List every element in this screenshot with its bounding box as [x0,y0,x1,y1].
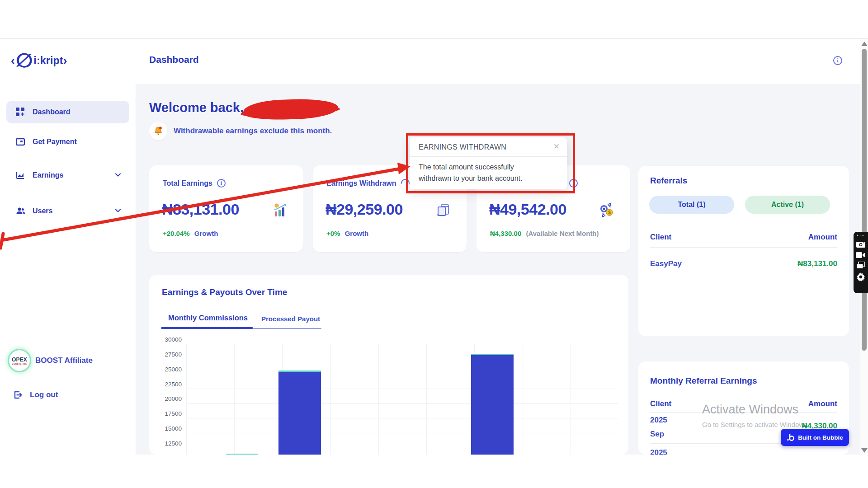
logout-label: Log out [30,390,58,399]
grid-line-horizontal [186,418,618,418]
gear-icon[interactable] [856,272,865,282]
welcome-heading: Welcome back, [149,100,244,115]
y-axis-tick-label: 30000 [165,336,182,343]
logo-phi-icon: ∅ [14,51,34,71]
built-on-bubble-badge[interactable]: Built on Bubble [781,429,849,446]
sidebar-item-users[interactable]: Users [6,200,129,222]
earnings-withdrawn-amount: ₦29,259.00 [326,201,403,218]
referral-year: 2025 [650,416,667,425]
opex-consulting-logo: OPEX CONSULTING [9,350,30,371]
sidebar-item-label: Get Payment [33,138,77,146]
grid-line-vertical [378,344,379,455]
available-next-month-note: (Available Next Month) [526,230,599,237]
referrals-panel: Referrals Total (1) Active (1) Client Am… [638,166,849,336]
bar-chart-coin-icon [272,202,288,220]
page-title: Dashboard [149,54,199,65]
notification-bell-icon [149,122,167,140]
grid-line-horizontal [186,359,618,359]
earnings-chart-icon [15,170,25,180]
y-axis-tick-label: 15000 [165,425,182,432]
boost-affiliate-label: BOOST Affiliate [35,356,93,365]
withdrawable-amount: ₦49,542.00 [489,201,566,218]
total-earnings-info-icon[interactable]: i [217,179,226,188]
grid-line-vertical [426,344,427,455]
tab-monthly-commissions[interactable]: Monthly Commissions [168,314,248,322]
grid-line-vertical [186,344,187,455]
boost-affiliate-brand: OPEX CONSULTING BOOST Affiliate [9,349,93,372]
inactive-tab-underline [253,328,321,329]
referrals-active-pill[interactable]: Active (1) [745,196,830,214]
grid-line-horizontal [186,403,618,404]
video-camera-icon[interactable] [856,252,866,258]
available-next-month-amount: ₦4,330.00 [490,230,521,237]
tab-processed-payout[interactable]: Processed Payout [261,315,320,323]
stat-card-title: Earnings Withdrawn [326,179,396,188]
referrals-total-pill[interactable]: Total (1) [649,196,734,214]
monthly-referral-title: Monthly Referral Earnings [650,376,757,386]
camera-icon[interactable] [856,240,866,249]
chart-plot [186,344,618,455]
bubble-logo-icon [787,433,795,441]
logo-close-bracket: › [63,54,67,68]
referral-client: EasyPay [650,259,682,268]
sidebar-item-get-payment[interactable]: Get Payment [6,131,129,153]
activate-windows-watermark-sub: Go to Settings to activate Windows [702,421,807,428]
sidebar-item-dashboard[interactable]: Dashboard [6,101,129,123]
column-header-client: Client [650,233,671,242]
dashboard-grid-icon [15,107,25,117]
growth-value: +20.04% [163,230,190,237]
currency-exchange-icon: $ [599,202,615,220]
chart-bar[interactable] [278,371,321,455]
growth-value: +0% [326,230,340,237]
opex-logo-text: OPEX [12,357,27,363]
logout-icon [13,390,23,400]
growth-label: Growth [345,230,369,237]
total-earnings-amount: ₦83,131.00 [162,201,239,218]
column-header-amount: Amount [808,233,837,242]
grid-line-horizontal [186,389,618,389]
chevron-down-icon [115,172,121,180]
chart-bar[interactable] [471,354,514,455]
receipt-pages-icon [436,202,451,220]
grid-line-horizontal [186,448,618,448]
sidebar-item-label: Users [33,207,52,215]
chevron-down-icon [115,207,121,216]
grid-line-vertical [523,344,523,455]
column-header-amount: Amount [808,399,837,408]
bubble-badge-label: Built on Bubble [798,434,843,441]
scrollbar-thumb[interactable] [862,49,867,351]
annotation-red-rectangle [406,133,575,193]
svg-text:$: $ [608,210,611,215]
column-header-client: Client [650,399,671,408]
top-header: Dashboard i [136,39,868,84]
y-axis-tick-label: 20000 [165,395,182,402]
stat-card-title: Total Earnings [163,179,212,188]
header-info-icon[interactable]: i [833,56,842,65]
sidebar-item-label: Earnings [33,171,63,179]
scrollbar-down-arrow[interactable] [861,448,868,453]
grid-line-horizontal [186,374,618,374]
y-axis-tick-label: 25000 [165,366,182,373]
grid-line-vertical [234,344,235,455]
opex-logo-subtext: CONSULTING [12,363,27,365]
referral-year-partial: 2025 [650,448,667,455]
sidebar-item-label: Dashboard [33,108,71,116]
app-window: ‹ ∅ i:kript › Dashboard Get Payment [0,38,868,455]
toolbar-dots-icon[interactable]: • ⋯ [857,234,865,237]
app-logo: ‹ ∅ i:kript › [11,52,67,70]
payment-card-icon [15,137,25,147]
stat-card-total-earnings: Total Earnings i ₦83,131.00 +20.04% Grow… [149,165,303,252]
logo-open-bracket: ‹ [11,54,15,68]
grid-line-horizontal [186,433,618,433]
pages-icon[interactable] [856,262,865,269]
sidebar-item-earnings[interactable]: Earnings [6,164,129,187]
users-icon [15,206,25,216]
withdrawable-notice: Withdrawable earnings exclude this month… [174,127,332,136]
sidebar: ‹ ∅ i:kript › Dashboard Get Payment [0,39,136,455]
chart-bar[interactable] [226,454,258,455]
logout-button[interactable]: Log out [13,385,58,405]
page: ‹ ∅ i:kript › Dashboard Get Payment [0,0,868,488]
activate-windows-watermark: Activate Windows [702,403,798,417]
scrollbar-up-arrow[interactable] [861,42,868,46]
referral-amount: ₦83,131.00 [797,259,837,268]
